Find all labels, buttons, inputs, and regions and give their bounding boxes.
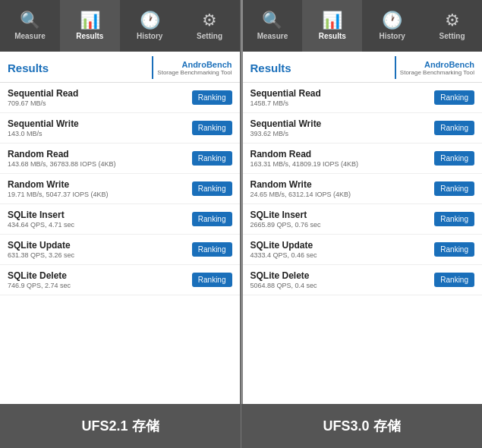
nav-item-setting-right[interactable]: ⚙Setting xyxy=(422,0,482,52)
result-name-2: Random Read xyxy=(8,149,116,159)
nav-item-measure-right[interactable]: 🔍Measure xyxy=(243,0,303,52)
result-info-2: Random Read163.31 MB/s, 41809.19 IOPS (4… xyxy=(250,149,359,168)
result-name-0: Sequential Read xyxy=(8,88,78,99)
result-sub-2: 163.31 MB/s, 41809.19 IOPS (4KB) xyxy=(250,160,359,168)
nav-item-history-right[interactable]: 🕐History xyxy=(362,0,422,52)
result-name-4: SQLite Insert xyxy=(250,210,321,220)
ranking-button-0[interactable]: Ranking xyxy=(192,90,232,105)
ranking-button-6[interactable]: Ranking xyxy=(434,273,474,287)
result-sub-0: 709.67 MB/s xyxy=(8,99,78,107)
left-footer-label: UFS2.1 存储 xyxy=(0,404,241,448)
right-footer-label: UFS3.0 存储 xyxy=(241,404,482,448)
brand-right: AndroBenchStorage Benchmarking Tool xyxy=(400,60,474,76)
result-row-0: Sequential Read1458.7 MB/sRanking xyxy=(243,83,483,113)
ranking-button-3[interactable]: Ranking xyxy=(434,181,474,196)
result-info-3: Random Write19.71 MB/s, 5047.37 IOPS (4K… xyxy=(8,179,109,198)
ranking-button-2[interactable]: Ranking xyxy=(434,151,474,166)
result-sub-2: 143.68 MB/s, 36783.88 IOPS (4KB) xyxy=(8,160,116,168)
ranking-button-2[interactable]: Ranking xyxy=(192,151,232,166)
brand-name-left: AndroBench xyxy=(181,60,232,69)
result-row-6: SQLite Delete5064.88 QPS, 0.4 secRanking xyxy=(243,265,483,295)
results-title-right: Results xyxy=(250,62,291,74)
result-info-4: SQLite Insert2665.89 QPS, 0.76 sec xyxy=(250,210,321,229)
result-row-3: Random Write24.65 MB/s, 6312.14 IOPS (4K… xyxy=(243,174,483,204)
panels-container: 🔍Measure📊Results🕐History⚙SettingResultsA… xyxy=(0,0,482,404)
nav-label-setting: Setting xyxy=(197,32,222,40)
andro-header-right: ResultsAndroBenchStorage Benchmarking To… xyxy=(243,52,483,83)
result-info-1: Sequential Write393.62 MB/s xyxy=(250,118,322,137)
result-name-5: SQLite Update xyxy=(250,240,317,251)
result-row-4: SQLite Insert2665.89 QPS, 0.76 secRankin… xyxy=(243,204,483,235)
measure-icon: 🔍 xyxy=(262,12,282,29)
result-name-0: Sequential Read xyxy=(250,88,321,99)
nav-label-history: History xyxy=(379,32,405,40)
nav-label-history: History xyxy=(137,32,162,40)
nav-label-setting: Setting xyxy=(439,32,465,40)
result-info-0: Sequential Read1458.7 MB/s xyxy=(250,88,321,107)
nav-bar-right: 🔍Measure📊Results🕐History⚙Setting xyxy=(243,0,483,52)
result-name-1: Sequential Write xyxy=(250,118,322,129)
panel-right: 🔍Measure📊Results🕐History⚙SettingResultsA… xyxy=(243,0,483,404)
result-info-6: SQLite Delete746.9 QPS, 2.74 sec xyxy=(8,270,71,289)
ranking-button-5[interactable]: Ranking xyxy=(192,242,232,257)
result-row-2: Random Read163.31 MB/s, 41809.19 IOPS (4… xyxy=(243,144,483,174)
result-name-2: Random Read xyxy=(250,149,359,159)
bottom-labels: UFS2.1 存储 UFS3.0 存储 xyxy=(0,404,482,448)
brand-sub-right: Storage Benchmarking Tool xyxy=(400,69,474,76)
results-icon: 📊 xyxy=(80,12,100,29)
setting-icon: ⚙ xyxy=(202,12,217,29)
result-info-4: SQLite Insert434.64 QPS, 4.71 sec xyxy=(8,210,74,229)
brand-bar-right xyxy=(395,56,396,79)
result-sub-4: 434.64 QPS, 4.71 sec xyxy=(8,221,74,229)
result-name-5: SQLite Update xyxy=(8,240,74,251)
nav-item-results-left[interactable]: 📊Results xyxy=(60,0,120,52)
result-name-3: Random Write xyxy=(8,179,109,190)
result-sub-0: 1458.7 MB/s xyxy=(250,99,321,107)
ranking-button-5[interactable]: Ranking xyxy=(434,242,474,257)
ranking-button-3[interactable]: Ranking xyxy=(192,181,232,196)
nav-label-results: Results xyxy=(76,32,103,40)
result-info-2: Random Read143.68 MB/s, 36783.88 IOPS (4… xyxy=(8,149,116,168)
result-row-4: SQLite Insert434.64 QPS, 4.71 secRanking xyxy=(0,204,240,235)
ranking-button-1[interactable]: Ranking xyxy=(434,121,474,135)
brand-plain-left: Bench xyxy=(206,60,232,69)
ranking-button-6[interactable]: Ranking xyxy=(192,273,232,287)
result-row-0: Sequential Read709.67 MB/sRanking xyxy=(0,83,240,113)
setting-icon: ⚙ xyxy=(445,12,460,29)
nav-label-measure: Measure xyxy=(257,32,288,40)
result-row-5: SQLite Update4333.4 QPS, 0.46 secRanking xyxy=(243,235,483,265)
brand-colored-left: Andro xyxy=(181,60,206,69)
result-info-1: Sequential Write143.0 MB/s xyxy=(8,118,79,137)
andro-header-left: ResultsAndroBenchStorage Benchmarking To… xyxy=(0,52,240,83)
results-list-left: Sequential Read709.67 MB/sRankingSequent… xyxy=(0,83,240,404)
result-row-5: SQLite Update631.38 QPS, 3.26 secRanking xyxy=(0,235,240,265)
nav-item-history-left[interactable]: 🕐History xyxy=(120,0,180,52)
results-title-left: Results xyxy=(8,62,49,74)
results-icon: 📊 xyxy=(322,12,342,29)
ranking-button-4[interactable]: Ranking xyxy=(192,212,232,226)
result-sub-5: 631.38 QPS, 3.26 sec xyxy=(8,251,74,259)
result-name-6: SQLite Delete xyxy=(8,270,71,281)
results-list-right: Sequential Read1458.7 MB/sRankingSequent… xyxy=(243,83,483,404)
result-sub-3: 19.71 MB/s, 5047.37 IOPS (4KB) xyxy=(8,191,109,198)
measure-icon: 🔍 xyxy=(20,12,40,29)
nav-item-measure-left[interactable]: 🔍Measure xyxy=(0,0,60,52)
result-info-5: SQLite Update631.38 QPS, 3.26 sec xyxy=(8,240,74,259)
panel-left: 🔍Measure📊Results🕐History⚙SettingResultsA… xyxy=(0,0,241,404)
brand-wrap-right: AndroBenchStorage Benchmarking Tool xyxy=(395,56,474,79)
result-name-1: Sequential Write xyxy=(8,118,79,129)
brand-name-right: AndroBench xyxy=(424,60,474,69)
brand-colored-right: Andro xyxy=(424,60,449,69)
result-row-1: Sequential Write393.62 MB/sRanking xyxy=(243,113,483,144)
nav-item-setting-left[interactable]: ⚙Setting xyxy=(180,0,240,52)
result-sub-6: 746.9 QPS, 2.74 sec xyxy=(8,282,71,289)
ranking-button-1[interactable]: Ranking xyxy=(192,121,232,135)
result-sub-5: 4333.4 QPS, 0.46 sec xyxy=(250,251,317,259)
ranking-button-4[interactable]: Ranking xyxy=(434,212,474,226)
result-sub-1: 143.0 MB/s xyxy=(8,130,79,137)
ranking-button-0[interactable]: Ranking xyxy=(434,90,474,105)
result-row-6: SQLite Delete746.9 QPS, 2.74 secRanking xyxy=(0,265,240,295)
nav-item-results-right[interactable]: 📊Results xyxy=(302,0,362,52)
history-icon: 🕐 xyxy=(140,12,160,29)
nav-bar-left: 🔍Measure📊Results🕐History⚙Setting xyxy=(0,0,240,52)
